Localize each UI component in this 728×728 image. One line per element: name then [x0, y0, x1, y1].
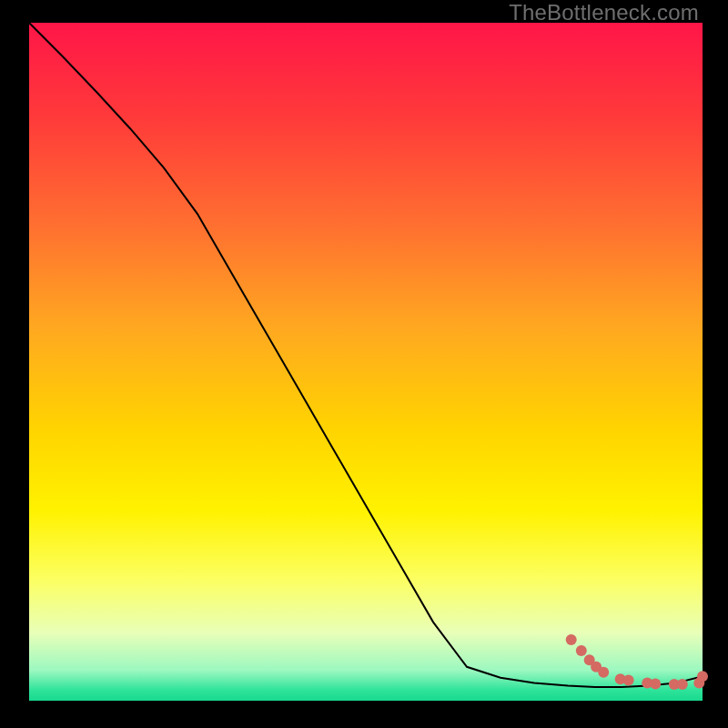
chart-frame: TheBottleneck.com	[0, 0, 728, 728]
scatter-dot	[566, 634, 577, 645]
watermark-text: TheBottleneck.com	[509, 0, 699, 25]
bottleneck-chart	[0, 0, 728, 728]
scatter-dot	[576, 645, 587, 656]
scatter-dot	[623, 675, 634, 686]
scatter-dot	[697, 671, 708, 682]
scatter-dot	[598, 667, 609, 678]
scatter-dot	[650, 678, 661, 689]
plot-background	[29, 23, 703, 701]
scatter-dot	[677, 679, 688, 690]
